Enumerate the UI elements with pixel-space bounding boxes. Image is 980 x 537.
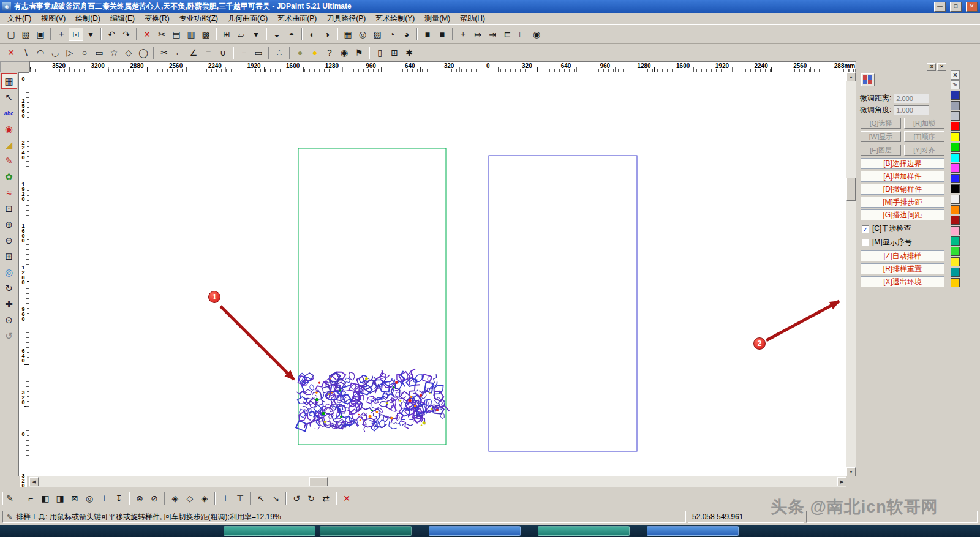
arc3-tool-icon[interactable]: ◡ [48,46,62,59]
trim-icon[interactable]: ✂ [157,46,172,59]
palette-color-swatch[interactable] [951,153,960,162]
relief-2-icon[interactable]: ◑ [320,28,334,41]
arrow-se-icon[interactable]: ↘ [268,492,283,505]
show-index-row[interactable]: [M]显示序号 [862,237,943,247]
flag-icon[interactable]: ⚑ [352,46,366,59]
panel-close-icon[interactable]: ✕ [937,63,946,71]
relief-1-icon[interactable]: ◐ [305,28,320,41]
taskbar-window-button[interactable] [320,526,412,536]
close-button[interactable]: ✕ [966,2,978,12]
exit-environment-button[interactable]: [X]退出环境 [861,276,944,287]
arc-tool-icon[interactable]: ◠ [33,46,48,59]
star-tool-icon[interactable]: ☆ [107,46,121,59]
menu-item-4[interactable]: 变换(R) [140,12,175,25]
dark-view-1-icon[interactable]: ■ [420,28,435,41]
y-align-button[interactable]: [Y]对齐 [904,145,944,156]
leaf-tool-icon[interactable]: ✿ [1,169,17,184]
paste-icon[interactable]: ▥ [184,28,198,41]
join-icon[interactable]: ∪ [216,46,230,59]
scroll-left-icon[interactable]: ◀ [29,477,39,486]
smooth-icon[interactable]: ◎ [355,28,370,41]
align-top-icon[interactable]: ⊤ [233,492,247,505]
zoom-tool-icon[interactable]: ⊙ [1,312,17,328]
nudge-distance-input[interactable] [894,94,929,103]
world-view-icon[interactable]: ◎ [1,265,17,280]
vertical-scrollbar[interactable]: ▲ ▼ [846,72,856,476]
text-tool-icon[interactable]: abc [1,105,17,121]
zoom-refresh-icon[interactable]: ↻ [1,280,17,296]
restore-button[interactable]: □ [950,2,962,12]
scroll-up-icon[interactable]: ▲ [846,72,856,81]
zoom-box-icon[interactable]: ⊡ [1,201,17,216]
preview-icon[interactable]: ◉ [529,28,544,41]
menu-item-1[interactable]: 视图(V) [36,12,70,25]
transform-dropdown-icon[interactable]: ▾ [249,28,263,41]
array-icon[interactable]: ⊞ [219,28,234,41]
rect-tool-icon[interactable]: ▭ [92,46,107,59]
menu-item-6[interactable]: 几何曲面(G) [223,12,273,25]
vertical-scroll-thumb[interactable] [846,178,856,201]
e-layer-button[interactable]: [E]图层 [861,145,901,156]
palette-pencil-icon[interactable]: ✎ [951,80,960,89]
surface-mode-1-icon[interactable]: ◒ [270,28,284,41]
scroll-right-icon[interactable]: ▶ [837,477,846,486]
curvature-icon[interactable]: ◔ [385,28,399,41]
t-order-button[interactable]: [T]顺序 [904,131,944,142]
menu-item-11[interactable]: 帮助(H) [455,12,490,25]
polyline-tool-icon[interactable]: ▷ [62,46,77,59]
horizontal-scroll-thumb[interactable] [309,477,328,486]
texture-icon[interactable]: ▨ [370,28,385,41]
pan-icon[interactable]: ✚ [1,296,17,312]
manual-step-button[interactable]: [M]手排步距 [861,197,944,208]
taskbar-window-button[interactable] [224,526,315,536]
shade-icon[interactable]: ◕ [399,28,414,41]
knife-tool-icon[interactable]: ◢ [1,137,17,152]
zoom-out-icon[interactable]: ⊖ [1,233,17,248]
auto-nest-button[interactable]: [Z]自动排样 [861,250,944,261]
chamfer-icon[interactable]: ∠ [186,46,201,59]
delete-icon[interactable]: ✕ [140,28,154,41]
taskbar-window-button[interactable] [429,526,521,536]
point-tool-icon[interactable]: ＋ [456,28,470,41]
palette-color-swatch[interactable] [951,236,960,246]
mirror-icon[interactable]: ⊠ [67,492,82,505]
pair-1-icon[interactable]: ⊗ [132,492,147,505]
anchor-icon[interactable]: ⊥ [97,492,111,505]
pencil-tool-icon[interactable]: ✎ [2,492,17,505]
scroll-down-icon[interactable]: ▼ [846,467,856,476]
palette-color-swatch[interactable] [951,111,960,121]
palette-color-swatch[interactable] [951,163,960,173]
palette-color-swatch[interactable] [951,257,960,266]
refresh-icon[interactable]: ↺ [1,328,17,344]
pen-tool-icon[interactable]: ✎ [1,153,17,168]
reset-nest-button[interactable]: [R]排样重置 [861,263,944,274]
palette-color-swatch[interactable] [951,184,960,193]
palette-color-swatch[interactable] [951,143,960,152]
diamond-mid-icon[interactable]: ◇ [183,492,197,505]
flip-h-icon[interactable]: ◧ [38,492,53,505]
close-sketch-icon[interactable]: ✕ [4,46,18,59]
menu-item-9[interactable]: 艺术绘制(Y) [371,12,420,25]
step-rotate-icon[interactable]: ⌐ [23,492,38,505]
palette-close-icon[interactable]: ✕ [951,70,960,80]
layers-icon[interactable]: ⊞ [387,46,402,59]
align-bottom-icon[interactable]: ⊥ [218,492,233,505]
nudge-angle-input[interactable] [894,105,929,115]
menu-item-5[interactable]: 专业功能(Z) [175,12,223,25]
rotate-center-icon[interactable]: ◎ [82,492,97,505]
undo-icon[interactable]: ↶ [104,28,119,41]
add-part-button[interactable]: [A]增加样件 [861,171,944,182]
nest-grid-icon[interactable]: ▦ [1,73,17,89]
menu-item-3[interactable]: 编辑(E) [105,12,140,25]
cut-icon[interactable]: ✂ [154,28,169,41]
offset-icon[interactable]: ≡ [201,46,216,59]
diamond-left-icon[interactable]: ◈ [168,492,183,505]
pair-2-icon[interactable]: ⊘ [147,492,162,505]
show-index-checkbox[interactable] [862,239,869,246]
menu-item-10[interactable]: 测量(M) [420,12,455,25]
menu-item-2[interactable]: 绘制(D) [70,12,105,25]
circle-tool-icon[interactable]: ◯ [136,46,151,59]
palette-color-swatch[interactable] [951,216,960,225]
light-on-icon[interactable]: ● [307,46,322,59]
palette-color-swatch[interactable] [951,205,960,214]
